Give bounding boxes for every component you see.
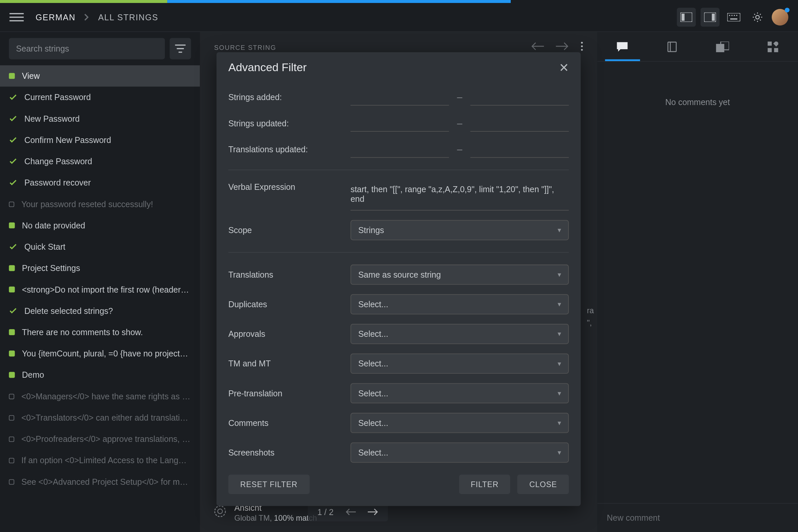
- svg-rect-9: [730, 18, 737, 20]
- close-button[interactable]: CLOSE: [517, 474, 569, 494]
- status-box-icon: [9, 202, 14, 207]
- status-dot-icon: [9, 223, 15, 228]
- list-item[interactable]: <strong>Do not import the first row (hea…: [0, 279, 200, 300]
- strings-updated-from[interactable]: [350, 115, 449, 132]
- tab-apps[interactable]: [748, 32, 798, 61]
- filter-button[interactable]: FILTER: [459, 474, 510, 494]
- list-item[interactable]: <0>Managers</0> have the same rights as …: [0, 386, 200, 407]
- list-item-label: <0>Managers</0> have the same rights as …: [21, 391, 191, 401]
- translations-select[interactable]: Same as source string▾: [350, 265, 569, 285]
- breadcrumb-section[interactable]: ALL STRINGS: [98, 12, 158, 22]
- close-icon[interactable]: ✕: [559, 60, 569, 75]
- check-icon: [9, 178, 17, 187]
- list-item[interactable]: If an option <0>Limited Access to the La…: [0, 450, 200, 471]
- pager-prev-icon[interactable]: [345, 508, 356, 515]
- status-dot-icon: [9, 329, 15, 335]
- modal-title: Advanced Filter: [228, 61, 307, 74]
- list-item[interactable]: No date provided: [0, 215, 200, 236]
- screenshots-select[interactable]: Select...▾: [350, 442, 569, 463]
- list-item[interactable]: View: [0, 65, 200, 87]
- search-input[interactable]: [9, 38, 165, 59]
- label-duplicates: Duplicates: [228, 300, 341, 309]
- check-icon: [9, 114, 17, 123]
- avatar[interactable]: [772, 9, 788, 25]
- svg-point-11: [581, 42, 583, 43]
- strings-added-to[interactable]: [471, 89, 569, 106]
- strings-updated-to[interactable]: [471, 115, 569, 132]
- partial-text: ra",: [587, 305, 594, 329]
- status-box-icon: [9, 394, 14, 399]
- comments-select[interactable]: Select...▾: [350, 413, 569, 433]
- scope-select[interactable]: Strings▾: [350, 220, 569, 241]
- list-item[interactable]: Quick Start: [0, 236, 200, 258]
- list-item[interactable]: New Password: [0, 108, 200, 129]
- trans-updated-from[interactable]: [350, 141, 449, 158]
- advanced-filter-modal: Advanced Filter ✕ Strings added: – Strin…: [216, 52, 581, 506]
- list-item[interactable]: Demo: [0, 364, 200, 385]
- list-item-label: <strong>Do not import the first row (hea…: [22, 285, 191, 294]
- svg-rect-3: [712, 14, 715, 21]
- trans-updated-to[interactable]: [471, 141, 569, 158]
- label-tm-mt: TM and MT: [228, 359, 341, 368]
- tm-mt-select[interactable]: Select...▾: [350, 354, 569, 374]
- list-item-label: There are no comments to show.: [22, 327, 143, 337]
- layout-panel-right-icon[interactable]: [701, 8, 720, 26]
- svg-point-8: [736, 15, 738, 16]
- list-item[interactable]: See <0>Advanced Project Setup</0> for m…: [0, 471, 200, 492]
- pager-next-icon[interactable]: [368, 508, 379, 515]
- list-item-label: Project Settings: [22, 263, 80, 273]
- layout-panel-left-icon[interactable]: [677, 8, 696, 26]
- svg-rect-16: [668, 42, 676, 52]
- reset-filter-button[interactable]: RESET FILTER: [228, 474, 309, 494]
- svg-point-6: [732, 15, 733, 16]
- list-item[interactable]: There are no comments to show.: [0, 322, 200, 343]
- list-item[interactable]: You {itemCount, plural, =0 {have no proj…: [0, 343, 200, 364]
- comments-empty: No comments yet: [597, 62, 798, 503]
- list-item[interactable]: Project Settings: [0, 258, 200, 279]
- check-icon: [9, 307, 17, 315]
- breadcrumb-language[interactable]: GERMAN: [36, 12, 75, 22]
- strings-added-from[interactable]: [350, 89, 449, 106]
- filter-button[interactable]: [170, 38, 191, 59]
- menu-icon[interactable]: [10, 10, 24, 24]
- list-item-label: <0>Translators</0> can either add transl…: [21, 413, 188, 423]
- list-item[interactable]: Change Password: [0, 151, 200, 172]
- list-item[interactable]: Confirm New Password: [0, 129, 200, 151]
- list-item[interactable]: <0>Translators</0> can either add transl…: [0, 407, 200, 428]
- more-icon[interactable]: [581, 41, 583, 51]
- label-strings-added: Strings added:: [228, 92, 341, 102]
- duplicates-select[interactable]: Select...▾: [350, 294, 569, 315]
- new-comment-input[interactable]: New comment: [607, 513, 788, 523]
- list-item[interactable]: Password recover: [0, 172, 200, 193]
- next-string-icon[interactable]: [556, 42, 569, 51]
- gear-icon[interactable]: [748, 8, 767, 26]
- pretranslation-select[interactable]: Select...▾: [350, 383, 569, 403]
- list-item[interactable]: <0>Proofreaders</0> approve translations…: [0, 428, 200, 450]
- verbal-expression-input[interactable]: [350, 182, 569, 211]
- tab-glossary[interactable]: [647, 32, 698, 61]
- list-item[interactable]: Your password reseted successully!: [0, 193, 200, 215]
- status-box-icon: [9, 479, 14, 484]
- list-item[interactable]: Delete selected strings?: [0, 300, 200, 322]
- tab-tm[interactable]: [698, 32, 748, 61]
- check-icon: [9, 157, 17, 166]
- svg-rect-22: [767, 48, 772, 52]
- label-screenshots: Screenshots: [228, 448, 341, 457]
- svg-rect-23: [774, 48, 778, 52]
- list-item-label: New Password: [24, 114, 80, 124]
- status-box-icon: [9, 415, 14, 420]
- keyboard-icon[interactable]: [724, 8, 743, 26]
- list-item-label: If an option <0>Limited Access to the La…: [21, 456, 191, 465]
- list-item-label: <0>Proofreaders</0> approve translations…: [21, 434, 190, 444]
- label-strings-updated: Strings updated:: [228, 119, 341, 128]
- check-icon: [9, 93, 17, 101]
- approvals-select[interactable]: Select...▾: [350, 324, 569, 344]
- prev-string-icon[interactable]: [531, 42, 544, 51]
- list-item-label: See <0>Advanced Project Setup</0> for m…: [21, 477, 188, 487]
- svg-rect-18: [716, 43, 724, 52]
- list-item[interactable]: Current Password: [0, 87, 200, 108]
- label-translations-updated: Translations updated:: [228, 145, 341, 154]
- source-string-label: SOURCE STRING: [214, 44, 583, 51]
- tab-comments[interactable]: [597, 32, 647, 61]
- chevron-right-icon: [84, 14, 90, 21]
